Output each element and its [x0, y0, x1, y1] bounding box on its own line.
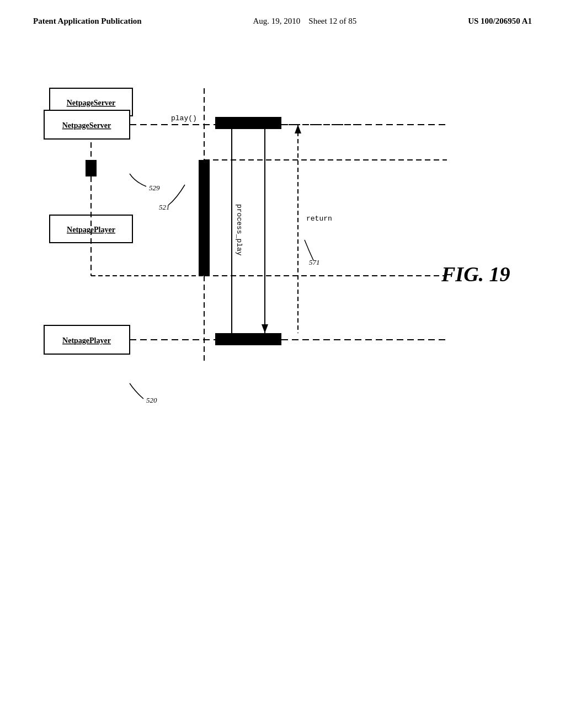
return-ref-line	[305, 240, 313, 260]
header-middle-info: Aug. 19, 2010 Sheet 12 of 85	[253, 17, 356, 26]
play-ref: 521	[159, 203, 170, 211]
down-arrow-head	[262, 324, 268, 333]
return-label: return	[306, 215, 332, 223]
play-ref-line	[168, 185, 185, 205]
player-activation-bar	[215, 333, 281, 345]
play-label: play()	[171, 114, 197, 122]
player-ref: 520	[146, 396, 157, 404]
publication-title: Patent Application Publication	[33, 17, 142, 25]
fig-label: FIG. 19	[441, 263, 510, 286]
server-activation-bar	[215, 117, 281, 129]
main-diagram-svg: NetpageServer 529 NetpagePlayer 520 play…	[28, 88, 535, 596]
sheet-info: Sheet 12 of 85	[308, 17, 356, 25]
return-ref: 571	[309, 258, 320, 266]
return-arrow-up	[295, 125, 301, 133]
player-ref-line	[130, 383, 143, 399]
process-play-label: process_play	[235, 204, 243, 256]
header-left-title: Patent Application Publication	[33, 17, 142, 26]
server-ref: 529	[149, 184, 160, 192]
patent-number: US 100/206950 A1	[468, 17, 532, 25]
publication-date: Aug. 19, 2010	[253, 17, 300, 25]
server-ref-line	[130, 174, 146, 186]
server-label: NetpageServer	[62, 121, 111, 130]
header-right-number: US 100/206950 A1	[468, 17, 532, 26]
page-header: Patent Application Publication Aug. 19, …	[0, 0, 565, 31]
player-label: NetpagePlayer	[62, 336, 111, 345]
